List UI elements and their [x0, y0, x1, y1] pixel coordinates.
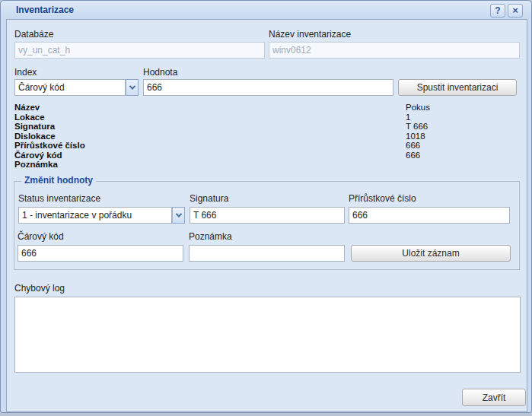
signatura-label: Signatura [190, 193, 228, 204]
status-label: Status inventarizace [18, 193, 100, 204]
info-row-poznamka: Poznámka [14, 160, 517, 170]
info-row-carovy-kod: Čárový kód 666 [14, 151, 517, 160]
info-label: Signatura [14, 122, 55, 131]
chevron-down-icon [129, 83, 135, 89]
prirustkove-cislo-field[interactable] [349, 207, 510, 224]
signatura-field[interactable] [190, 207, 345, 224]
info-row-signatura: Signatura T 666 [14, 122, 517, 132]
info-row-dislokace: Dislokace 1018 [14, 132, 517, 141]
status-combobox-input[interactable] [18, 207, 172, 224]
index-combobox-input[interactable] [14, 79, 126, 96]
info-value: 1 [406, 113, 410, 122]
info-label: Lokace [14, 113, 45, 122]
info-row-lokace: Lokace 1 [14, 113, 517, 122]
poznamka-field[interactable] [189, 245, 345, 262]
database-field [14, 42, 265, 59]
prirustkove-cislo-label: Přírůstkové číslo [349, 193, 416, 204]
close-icon[interactable]: × [508, 4, 523, 17]
info-label: Poznámka [14, 160, 58, 169]
inventory-name-label: Název inventarizace [269, 29, 351, 40]
help-icon[interactable]: ? [490, 4, 505, 17]
chevron-down-icon [175, 211, 181, 217]
database-label: Databáze [14, 29, 53, 40]
hodnota-field[interactable] [143, 79, 393, 96]
poznamka-label: Poznámka [189, 231, 232, 242]
status-combobox[interactable] [18, 207, 185, 224]
info-value: 666 [406, 151, 420, 160]
info-value: Pokus [406, 103, 430, 112]
error-log-box [14, 297, 521, 373]
index-dropdown-trigger[interactable] [126, 79, 139, 96]
info-label: Název [14, 103, 40, 112]
info-label: Přírůstkové číslo [14, 141, 85, 150]
info-label: Dislokace [14, 132, 56, 141]
carovy-kod-label: Čárový kód [18, 231, 64, 242]
window-title: Inventarizace [16, 5, 74, 15]
index-label: Index [14, 67, 37, 78]
window-titlebar[interactable]: Inventarizace ? × [1, 1, 531, 19]
fieldset-legend: Změnit hodnoty [21, 175, 96, 186]
info-row-nazev: Název Pokus [14, 103, 517, 113]
status-dropdown-trigger[interactable] [172, 207, 185, 224]
carovy-kod-field[interactable] [18, 245, 183, 262]
save-record-button[interactable]: Uložit záznam [351, 245, 511, 262]
info-value: T 666 [406, 122, 428, 131]
hodnota-label: Hodnota [143, 67, 177, 78]
info-value: 1018 [406, 132, 425, 141]
index-combobox[interactable] [14, 79, 139, 96]
close-button[interactable]: Zavřít [462, 389, 526, 406]
info-label: Čárový kód [14, 151, 62, 160]
run-inventory-button[interactable]: Spustit inventarizaci [398, 79, 517, 96]
error-log-label: Chybový log [14, 283, 65, 294]
info-row-prirustkove-cislo: Přírůstkové číslo 666 [14, 141, 517, 151]
inventarizace-window: Inventarizace ? × Databáze Název inventa… [0, 0, 532, 413]
info-value: 666 [406, 141, 420, 150]
inventory-name-field [269, 42, 520, 59]
